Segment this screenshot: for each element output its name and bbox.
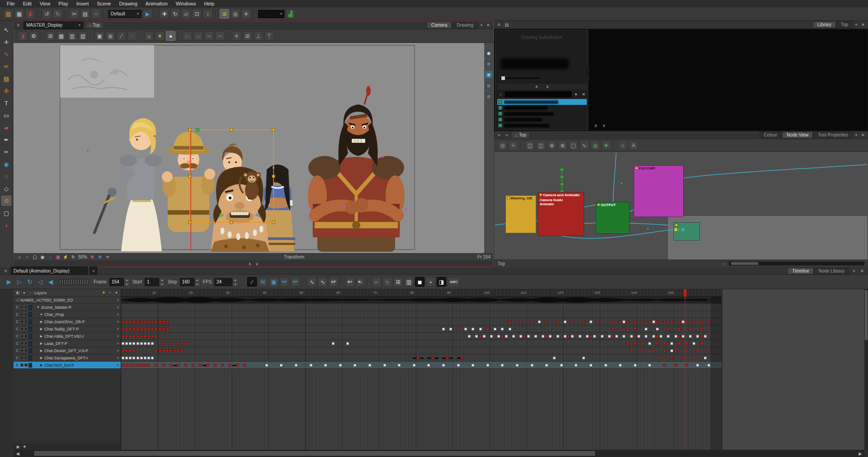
keyframe-red[interactable] bbox=[132, 349, 135, 352]
search-input[interactable] bbox=[505, 91, 571, 97]
keyframe-white[interactable] bbox=[667, 335, 670, 338]
grid-row[interactable] bbox=[121, 333, 722, 340]
display-dropdown[interactable]: MASTER_Display ▾ bbox=[24, 21, 83, 29]
mini-square-button[interactable]: ▪ bbox=[426, 277, 435, 287]
visible-toggle[interactable] bbox=[20, 349, 24, 352]
lock-toggle[interactable] bbox=[24, 320, 28, 323]
keyframe-white[interactable] bbox=[501, 364, 504, 367]
layer-row[interactable]: ◁NAM01_ACT003_S2990_ED+ bbox=[14, 297, 121, 304]
keyframe-white[interactable] bbox=[604, 364, 607, 367]
data-view-icon[interactable]: ⊏ bbox=[15, 327, 19, 331]
keyframe-white[interactable] bbox=[630, 335, 633, 338]
dock-right-icon[interactable]: » bbox=[504, 132, 510, 138]
color-swatch[interactable] bbox=[28, 334, 32, 339]
keyframe-white[interactable] bbox=[704, 335, 707, 338]
outline-mode-icon[interactable]: ▧ bbox=[78, 31, 88, 41]
keyframe-white[interactable] bbox=[696, 335, 699, 338]
add-layer-button[interactable]: + bbox=[115, 327, 121, 331]
keyframe-red[interactable] bbox=[571, 320, 574, 323]
keyframe-red[interactable] bbox=[129, 328, 132, 330]
keyframe-red[interactable] bbox=[501, 335, 504, 338]
keyframe-red[interactable] bbox=[656, 320, 659, 323]
playhead-marker[interactable] bbox=[684, 289, 687, 297]
keyframe-white[interactable] bbox=[538, 320, 541, 323]
keyframe-white[interactable] bbox=[704, 357, 707, 359]
keyframe-white[interactable] bbox=[648, 364, 651, 367]
menu-edit[interactable]: Edit bbox=[19, 0, 36, 7]
expand-arrow[interactable]: ▶ bbox=[39, 349, 43, 353]
keyframe-red[interactable] bbox=[670, 320, 673, 323]
slider-thumb[interactable] bbox=[501, 76, 505, 80]
keyframe-white[interactable] bbox=[137, 342, 139, 345]
step-down-button[interactable]: ▾ bbox=[232, 282, 238, 286]
layer-row[interactable]: ⊏▶Char.Nick_Ext-P+ bbox=[14, 362, 121, 369]
add-layer-button[interactable]: + bbox=[115, 320, 121, 324]
view-tab-top[interactable]: ⌂ Top bbox=[511, 132, 530, 139]
keyframe-red[interactable] bbox=[627, 342, 629, 345]
keyframe-red[interactable] bbox=[125, 320, 128, 323]
data-view-icon[interactable]: ⊏ bbox=[15, 341, 19, 345]
keyframe-red[interactable] bbox=[675, 364, 677, 367]
translate-icon[interactable]: ✚ bbox=[160, 9, 169, 19]
show-names-button[interactable]: ABC bbox=[448, 277, 460, 287]
scrollbar-thumb[interactable] bbox=[865, 290, 868, 340]
keyframe-white[interactable] bbox=[132, 342, 135, 345]
color-swatch[interactable] bbox=[28, 320, 32, 324]
keyframe-white[interactable] bbox=[147, 342, 150, 345]
keyframe-black[interactable] bbox=[413, 358, 416, 359]
tool-preset-field[interactable]: ▾ bbox=[258, 10, 284, 18]
layer-row[interactable]: ⊏▶Char.Teddy_DFT-P+ bbox=[14, 325, 121, 333]
node-zoom-slider[interactable] bbox=[729, 262, 864, 265]
keyframe-white[interactable] bbox=[645, 335, 647, 338]
lock-toggle[interactable] bbox=[24, 356, 28, 359]
keyframe-red[interactable] bbox=[155, 328, 157, 330]
visible-toggle[interactable] bbox=[20, 327, 24, 330]
library-item[interactable] bbox=[497, 105, 587, 111]
camera-mini-icon[interactable]: ▣ bbox=[15, 444, 20, 449]
keyframe-red[interactable] bbox=[140, 320, 143, 323]
lock-icon[interactable]: ▣ bbox=[95, 31, 104, 41]
keyframe-white[interactable] bbox=[623, 335, 625, 338]
keyframe-red[interactable] bbox=[184, 364, 187, 367]
lock-toggle[interactable] bbox=[24, 349, 28, 352]
rotate-icon[interactable]: ↻ bbox=[170, 9, 180, 19]
keyframe-white[interactable] bbox=[571, 335, 574, 338]
add-layer-button[interactable]: + bbox=[115, 363, 121, 367]
node-output[interactable]: OUTPUT bbox=[596, 202, 629, 234]
keyframe-red[interactable] bbox=[132, 335, 135, 338]
keyframe-white[interactable] bbox=[682, 335, 684, 338]
sound-scrub-button[interactable]: ◀ bbox=[46, 278, 55, 287]
speaker-icon[interactable]: ◁ bbox=[15, 298, 19, 302]
keyframe-red[interactable] bbox=[144, 364, 146, 367]
keyframe-red[interactable] bbox=[132, 320, 135, 323]
keyframe-white[interactable] bbox=[531, 364, 533, 367]
keyframe-white[interactable] bbox=[280, 364, 283, 367]
library-item[interactable] bbox=[497, 117, 587, 122]
node-canvas[interactable]: FX/COMPMasking_DBCamera and AnimaticCame… bbox=[494, 152, 868, 259]
layer-row[interactable]: ⊏▶Char.JoanOfArc_Dft-P+ bbox=[14, 318, 121, 325]
keyframe-white[interactable] bbox=[464, 328, 467, 330]
keyframe-white[interactable] bbox=[693, 342, 695, 345]
next-drawing-icon[interactable]: ▭ bbox=[193, 31, 203, 41]
scrollbar-thumb[interactable] bbox=[34, 451, 595, 456]
pin-icon[interactable]: ✜ bbox=[1, 86, 11, 96]
next-button[interactable]: ∨ bbox=[601, 122, 607, 128]
snowflake-icon[interactable]: ❄ bbox=[97, 254, 103, 260]
grid-icon[interactable]: ⊞ bbox=[46, 31, 55, 41]
keyframe-red[interactable] bbox=[557, 320, 559, 323]
preset-dropdown[interactable]: Default ▾ bbox=[108, 10, 142, 18]
keyframe-white[interactable] bbox=[656, 328, 659, 330]
step-up-button[interactable]: ▴ bbox=[232, 278, 238, 282]
keyframe-red[interactable] bbox=[132, 364, 135, 367]
tab-library[interactable]: Library bbox=[813, 21, 836, 28]
keyframe-red[interactable] bbox=[663, 349, 666, 352]
keyframe-red[interactable] bbox=[162, 328, 165, 330]
keyframe-white[interactable] bbox=[442, 364, 445, 367]
keyframe-white[interactable] bbox=[468, 335, 471, 338]
keyframe-white[interactable] bbox=[670, 342, 673, 345]
keyframe-red[interactable] bbox=[129, 349, 132, 352]
keyframe-red[interactable] bbox=[155, 349, 157, 352]
timeline-grid[interactable]: 102030405060708090100110120130140150 bbox=[121, 289, 722, 450]
keyframe-red[interactable] bbox=[214, 364, 217, 367]
keyframe-red[interactable] bbox=[685, 342, 688, 345]
